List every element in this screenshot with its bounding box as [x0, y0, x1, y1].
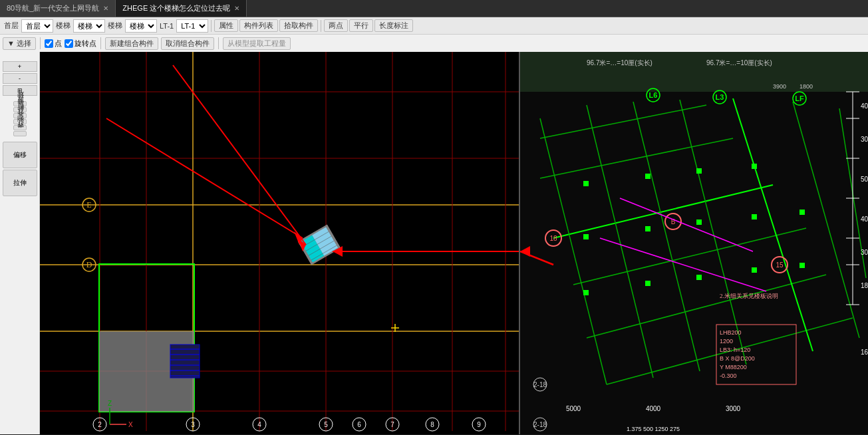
svg-rect-118 — [799, 210, 805, 215]
svg-text:2-18: 2-18 — [533, 421, 547, 428]
point-checkbox[interactable] — [45, 39, 53, 48]
svg-text:1650: 1650 — [861, 349, 868, 356]
sub-label: 楼梯 — [106, 21, 124, 31]
pick-component-btn[interactable]: 拾取构件 — [279, 19, 318, 32]
svg-text:E: E — [86, 200, 91, 210]
svg-text:X: X — [128, 421, 133, 428]
cad-canvas: E D — [40, 52, 519, 434]
separator4 — [100, 37, 101, 49]
svg-text:9: 9 — [477, 421, 481, 428]
svg-text:5: 5 — [324, 421, 328, 428]
new-group-btn[interactable]: 新建组合构件 — [105, 37, 158, 50]
svg-text:6: 6 — [357, 421, 361, 428]
svg-text:96.7米=…=10厘(实长): 96.7米=…=10厘(实长) — [587, 59, 652, 67]
main-area: + - ⊞ 延伸 修剪 打断 合并 分割 对齐 偏移 拉伸 — [0, 52, 868, 434]
select-btn[interactable]: ▼ 选择 — [3, 37, 36, 50]
property-btn[interactable]: 属性 — [214, 19, 238, 32]
cad-viewport[interactable]: E D — [40, 52, 519, 434]
parallel-btn[interactable]: 平行 — [349, 19, 373, 32]
svg-rect-114 — [583, 234, 589, 239]
zoom-fit-btn[interactable]: ⊞ — [3, 85, 37, 96]
svg-text:5000: 5000 — [861, 176, 868, 183]
svg-text:3000: 3000 — [861, 249, 868, 256]
svg-rect-73 — [520, 52, 868, 92]
svg-text:1800: 1800 — [799, 83, 813, 90]
svg-rect-116 — [696, 219, 702, 225]
toolbar-row2: ▼ 选择 点 旋转点 新建组合构件 取消组合构件 从模型提取工程量 — [0, 35, 868, 52]
svg-text:B X 8@D200: B X 8@D200 — [720, 355, 755, 362]
separator3 — [40, 37, 41, 49]
svg-rect-119 — [583, 290, 589, 295]
svg-rect-112 — [696, 168, 702, 174]
separator1 — [211, 20, 212, 32]
right-cad-canvas: 96.7米=…=10厘(实长) 96.7米=…=10厘(实长) — [520, 52, 868, 434]
extend-btn[interactable]: 延伸 — [13, 101, 27, 106]
zoom-in-btn[interactable]: + — [3, 61, 37, 72]
svg-text:4: 4 — [257, 421, 261, 428]
svg-rect-117 — [752, 214, 757, 219]
svg-text:-0.300: -0.300 — [720, 372, 737, 379]
align-btn[interactable]: 对齐 — [13, 131, 27, 136]
floor-label: 首层 — [3, 21, 20, 31]
tab-close-1[interactable]: ✕ — [103, 5, 108, 12]
extract-btn[interactable]: 从模型提取工程量 — [223, 37, 291, 50]
svg-rect-115 — [645, 226, 651, 231]
length-dim-btn[interactable]: 长度标注 — [374, 19, 413, 32]
svg-text:4000: 4000 — [861, 102, 868, 110]
zoom-out-btn[interactable]: - — [3, 73, 37, 84]
toolbar-row1: 首层 首层 楼梯 楼梯 楼梯 楼梯 LT-1 LT-1 属性 构件列表 拾取构件… — [0, 17, 868, 35]
component-label1: 楼梯 — [55, 21, 72, 31]
svg-text:LF: LF — [795, 94, 804, 102]
svg-rect-72 — [520, 52, 868, 434]
svg-text:Z: Z — [108, 400, 112, 407]
svg-text:7: 7 — [390, 421, 394, 428]
two-point-btn[interactable]: 两点 — [324, 19, 348, 32]
svg-text:Y M88200: Y M88200 — [720, 364, 747, 370]
separator2 — [321, 20, 321, 32]
svg-text:15: 15 — [776, 261, 784, 269]
svg-text:4000: 4000 — [861, 216, 868, 223]
cancel-group-btn[interactable]: 取消组合构件 — [161, 37, 214, 50]
svg-rect-111 — [645, 174, 651, 179]
floor-select[interactable]: 首层 — [21, 19, 53, 33]
rotate-checkbox[interactable] — [65, 39, 73, 48]
id-label: LT-1 — [158, 22, 175, 30]
id-select[interactable]: LT-1 — [176, 19, 208, 33]
trim-btn[interactable]: 修剪 — [13, 107, 27, 112]
tab-navigation[interactable]: 80导航_新一代安全上网导航 ✕ — [0, 0, 116, 17]
svg-text:5000: 5000 — [566, 405, 581, 412]
break-btn[interactable]: 打断 — [13, 113, 27, 118]
svg-text:2: 2 — [98, 421, 102, 428]
svg-text:1.375  500  1250  275: 1.375 500 1250 275 — [627, 426, 680, 432]
checkbox-rotate[interactable]: 旋转点 — [65, 39, 96, 49]
separator5 — [218, 37, 219, 49]
svg-text:3: 3 — [191, 421, 195, 428]
svg-rect-122 — [752, 267, 757, 273]
svg-text:18: 18 — [549, 235, 557, 242]
svg-text:LB3: h=120: LB3: h=120 — [720, 347, 750, 353]
checkbox-point[interactable]: 点 — [45, 39, 62, 49]
stretch-btn[interactable]: 拉伸 — [3, 170, 37, 196]
right-panel: 96.7米=…=10厘(实长) 96.7米=…=10厘(实长) — [519, 52, 868, 434]
svg-text:1200: 1200 — [720, 338, 733, 345]
svg-text:LHB200: LHB200 — [720, 329, 742, 336]
offset-btn[interactable]: 偏移 — [3, 142, 37, 168]
svg-text:3000: 3000 — [861, 136, 868, 143]
svg-text:4000: 4000 — [646, 405, 661, 412]
component-list-btn[interactable]: 构件列表 — [239, 19, 278, 32]
svg-rect-121 — [696, 275, 702, 280]
left-sidebar: + - ⊞ 延伸 修剪 打断 合并 分割 对齐 偏移 拉伸 — [0, 52, 40, 434]
svg-text:L3: L3 — [716, 93, 724, 101]
split-btn[interactable]: 分割 — [13, 125, 27, 130]
svg-text:L6: L6 — [649, 91, 658, 99]
svg-text:8: 8 — [430, 421, 434, 428]
component-select[interactable]: 楼梯 — [73, 19, 105, 33]
svg-text:1800: 1800 — [861, 282, 868, 289]
svg-rect-110 — [583, 181, 589, 186]
tab-close-2[interactable]: ✕ — [234, 5, 239, 12]
tab-stairs[interactable]: ZHEGE 这个楼梯怎么定位过去呢 ✕ — [116, 0, 247, 17]
sub-select[interactable]: 楼梯 — [125, 19, 157, 33]
browser-tabs: 80导航_新一代安全上网导航 ✕ ZHEGE 这个楼梯怎么定位过去呢 ✕ — [0, 0, 868, 17]
svg-text:D: D — [86, 260, 92, 269]
merge-btn[interactable]: 合并 — [13, 119, 27, 124]
